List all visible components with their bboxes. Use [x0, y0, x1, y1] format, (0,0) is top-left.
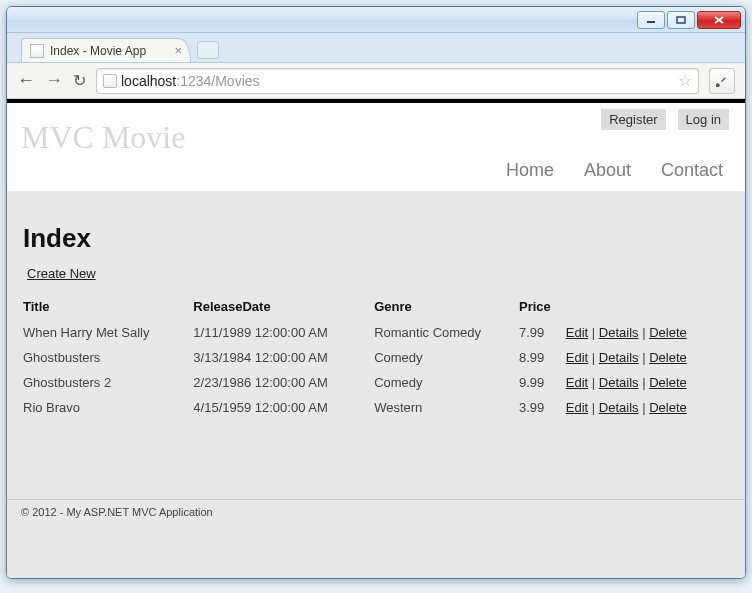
nav-home[interactable]: Home	[506, 160, 554, 181]
cell-genre: Comedy	[374, 345, 519, 370]
cell-actions: Edit | Details | Delete	[566, 345, 729, 370]
cell-actions: Edit | Details | Delete	[566, 395, 729, 420]
page-footer: © 2012 - My ASP.NET MVC Application	[7, 499, 745, 578]
browser-window: Index - Movie App × ← → ↻ localhost:1234…	[6, 6, 746, 579]
page-title: Index	[23, 223, 729, 254]
nav-about[interactable]: About	[584, 160, 631, 181]
table-row: Ghostbusters3/13/1984 12:00:00 AMComedy8…	[23, 345, 729, 370]
new-tab-button[interactable]	[197, 41, 219, 59]
cell-release: 2/23/1986 12:00:00 AM	[193, 370, 374, 395]
create-new-link[interactable]: Create New	[27, 266, 96, 281]
minimize-button[interactable]	[637, 11, 665, 29]
auth-links: Register Log in	[601, 109, 729, 130]
url-host: localhost	[121, 73, 176, 89]
delete-link[interactable]: Delete	[649, 325, 687, 340]
cell-price: 7.99	[519, 320, 566, 345]
reload-button[interactable]: ↻	[73, 71, 86, 90]
tab-close-icon[interactable]: ×	[174, 43, 182, 58]
nav-links: Home About Contact	[7, 156, 745, 191]
cell-actions: Edit | Details | Delete	[566, 320, 729, 345]
browser-toolbar: ← → ↻ localhost:1234/Movies ☆	[7, 63, 745, 99]
cell-release: 1/11/1989 12:00:00 AM	[193, 320, 374, 345]
nav-contact[interactable]: Contact	[661, 160, 723, 181]
cell-title: Ghostbusters 2	[23, 370, 193, 395]
cell-genre: Western	[374, 395, 519, 420]
url-path: :1234/Movies	[176, 73, 259, 89]
svg-rect-1	[677, 17, 685, 23]
bookmark-star-icon[interactable]: ☆	[678, 71, 692, 90]
details-link[interactable]: Details	[599, 400, 639, 415]
col-release: ReleaseDate	[193, 293, 374, 320]
col-genre: Genre	[374, 293, 519, 320]
cell-genre: Romantic Comedy	[374, 320, 519, 345]
table-header-row: Title ReleaseDate Genre Price	[23, 293, 729, 320]
forward-button[interactable]: →	[45, 70, 63, 91]
address-bar[interactable]: localhost:1234/Movies ☆	[96, 68, 699, 94]
cell-release: 3/13/1984 12:00:00 AM	[193, 345, 374, 370]
window-titlebar	[7, 7, 745, 33]
edit-link[interactable]: Edit	[566, 350, 588, 365]
register-link[interactable]: Register	[601, 109, 665, 130]
settings-wrench-button[interactable]	[709, 68, 735, 94]
edit-link[interactable]: Edit	[566, 325, 588, 340]
url-text: localhost:1234/Movies	[121, 73, 674, 89]
tab-title: Index - Movie App	[50, 44, 146, 58]
cell-price: 8.99	[519, 345, 566, 370]
browser-tab[interactable]: Index - Movie App ×	[21, 38, 191, 62]
login-link[interactable]: Log in	[678, 109, 729, 130]
site-icon	[103, 74, 117, 88]
details-link[interactable]: Details	[599, 350, 639, 365]
table-row: Rio Bravo4/15/1959 12:00:00 AMWestern3.9…	[23, 395, 729, 420]
cell-actions: Edit | Details | Delete	[566, 370, 729, 395]
cell-price: 3.99	[519, 395, 566, 420]
cell-title: Rio Bravo	[23, 395, 193, 420]
tab-strip: Index - Movie App ×	[7, 33, 745, 63]
table-row: Ghostbusters 22/23/1986 12:00:00 AMComed…	[23, 370, 729, 395]
cell-genre: Comedy	[374, 370, 519, 395]
edit-link[interactable]: Edit	[566, 375, 588, 390]
cell-release: 4/15/1959 12:00:00 AM	[193, 395, 374, 420]
cell-title: Ghostbusters	[23, 345, 193, 370]
delete-link[interactable]: Delete	[649, 350, 687, 365]
site-header: Register Log in MVC Movie Home About Con…	[7, 103, 745, 191]
details-link[interactable]: Details	[599, 375, 639, 390]
page-viewport: Register Log in MVC Movie Home About Con…	[7, 99, 745, 578]
edit-link[interactable]: Edit	[566, 400, 588, 415]
col-title: Title	[23, 293, 193, 320]
maximize-button[interactable]	[667, 11, 695, 29]
details-link[interactable]: Details	[599, 325, 639, 340]
favicon-icon	[30, 44, 44, 58]
delete-link[interactable]: Delete	[649, 400, 687, 415]
table-row: When Harry Met Sally1/11/1989 12:00:00 A…	[23, 320, 729, 345]
cell-title: When Harry Met Sally	[23, 320, 193, 345]
col-price: Price	[519, 293, 566, 320]
back-button[interactable]: ←	[17, 70, 35, 91]
page-content: Index Create New Title ReleaseDate Genre…	[7, 191, 745, 499]
close-button[interactable]	[697, 11, 741, 29]
cell-price: 9.99	[519, 370, 566, 395]
delete-link[interactable]: Delete	[649, 375, 687, 390]
movies-table: Title ReleaseDate Genre Price When Harry…	[23, 293, 729, 420]
